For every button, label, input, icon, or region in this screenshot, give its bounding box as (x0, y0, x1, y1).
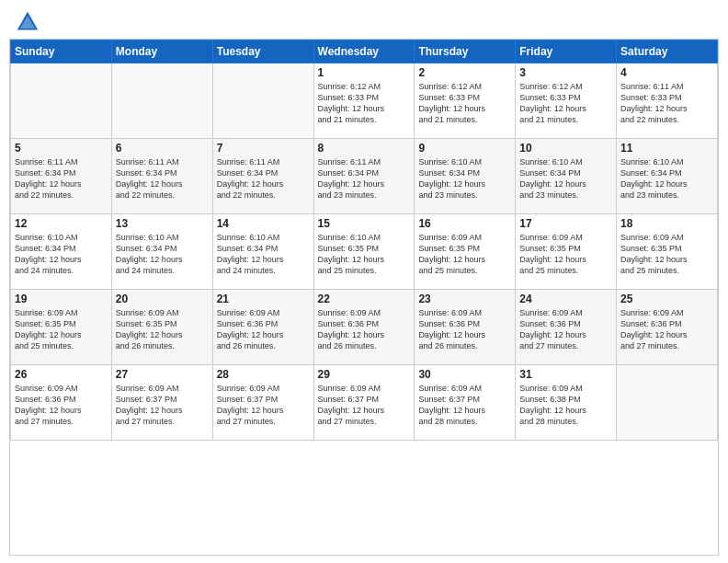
day-number: 28 (217, 368, 310, 381)
week-row-4: 19Sunrise: 6:09 AMSunset: 6:35 PMDayligh… (11, 290, 718, 365)
day-info: Sunrise: 6:09 AMSunset: 6:37 PMDaylight:… (217, 383, 310, 428)
logo (15, 9, 44, 35)
calendar-cell: 17Sunrise: 6:09 AMSunset: 6:35 PMDayligh… (516, 214, 617, 290)
day-number: 17 (519, 217, 612, 230)
week-row-1: 1Sunrise: 6:12 AMSunset: 6:33 PMDaylight… (11, 63, 718, 139)
calendar-cell: 11Sunrise: 6:10 AMSunset: 6:34 PMDayligh… (617, 139, 718, 214)
calendar-body: 1Sunrise: 6:12 AMSunset: 6:33 PMDaylight… (11, 63, 718, 441)
calendar-cell: 28Sunrise: 6:09 AMSunset: 6:37 PMDayligh… (212, 365, 313, 441)
day-number: 25 (620, 293, 713, 305)
day-info: Sunrise: 6:11 AMSunset: 6:34 PMDaylight:… (116, 156, 209, 201)
day-header-monday: Monday (111, 40, 212, 63)
logo-icon (15, 9, 40, 35)
calendar-cell: 5Sunrise: 6:11 AMSunset: 6:34 PMDaylight… (11, 139, 112, 214)
calendar-cell: 4Sunrise: 6:11 AMSunset: 6:33 PMDaylight… (617, 63, 718, 139)
calendar-cell: 12Sunrise: 6:10 AMSunset: 6:34 PMDayligh… (11, 214, 112, 290)
day-info: Sunrise: 6:10 AMSunset: 6:34 PMDaylight:… (519, 156, 612, 201)
day-number: 24 (519, 293, 612, 305)
calendar-cell (617, 365, 718, 441)
calendar-cell: 9Sunrise: 6:10 AMSunset: 6:34 PMDaylight… (415, 139, 516, 214)
day-info: Sunrise: 6:09 AMSunset: 6:36 PMDaylight:… (418, 307, 511, 352)
day-number: 13 (116, 217, 209, 230)
day-number: 10 (519, 142, 612, 155)
day-number: 27 (116, 368, 209, 381)
calendar-cell: 18Sunrise: 6:09 AMSunset: 6:35 PMDayligh… (617, 214, 718, 290)
calendar-cell: 24Sunrise: 6:09 AMSunset: 6:36 PMDayligh… (516, 290, 617, 365)
day-number: 15 (318, 217, 411, 230)
day-number: 1 (318, 66, 411, 79)
calendar-cell: 6Sunrise: 6:11 AMSunset: 6:34 PMDaylight… (111, 139, 212, 214)
day-number: 7 (217, 142, 310, 155)
day-info: Sunrise: 6:09 AMSunset: 6:36 PMDaylight:… (620, 307, 713, 352)
calendar-cell: 8Sunrise: 6:11 AMSunset: 6:34 PMDaylight… (313, 139, 415, 214)
day-header-saturday: Saturday (617, 40, 718, 63)
day-number: 8 (318, 142, 411, 155)
day-number: 11 (620, 142, 713, 155)
calendar-cell: 31Sunrise: 6:09 AMSunset: 6:38 PMDayligh… (516, 365, 617, 441)
day-number: 29 (318, 368, 411, 381)
day-info: Sunrise: 6:10 AMSunset: 6:34 PMDaylight:… (217, 232, 310, 277)
calendar-cell: 22Sunrise: 6:09 AMSunset: 6:36 PMDayligh… (313, 290, 415, 365)
day-info: Sunrise: 6:09 AMSunset: 6:36 PMDaylight:… (217, 307, 310, 352)
day-info: Sunrise: 6:12 AMSunset: 6:33 PMDaylight:… (318, 81, 411, 126)
calendar-cell: 1Sunrise: 6:12 AMSunset: 6:33 PMDaylight… (313, 63, 415, 139)
day-number: 2 (418, 66, 511, 79)
day-header-friday: Friday (516, 40, 617, 63)
day-number: 3 (519, 66, 612, 79)
day-info: Sunrise: 6:12 AMSunset: 6:33 PMDaylight:… (519, 81, 612, 126)
calendar-table: SundayMondayTuesdayWednesdayThursdayFrid… (10, 40, 718, 441)
day-number: 6 (116, 142, 209, 155)
day-header-sunday: Sunday (11, 40, 112, 63)
calendar-cell (212, 63, 313, 139)
header (0, 0, 728, 39)
day-info: Sunrise: 6:10 AMSunset: 6:34 PMDaylight:… (418, 156, 511, 201)
day-info: Sunrise: 6:11 AMSunset: 6:34 PMDaylight:… (318, 156, 411, 201)
calendar-cell: 27Sunrise: 6:09 AMSunset: 6:37 PMDayligh… (111, 365, 212, 441)
calendar-cell (11, 63, 112, 139)
day-info: Sunrise: 6:11 AMSunset: 6:34 PMDaylight:… (15, 156, 108, 201)
day-info: Sunrise: 6:09 AMSunset: 6:35 PMDaylight:… (116, 307, 209, 352)
day-number: 14 (217, 217, 310, 230)
calendar-cell: 26Sunrise: 6:09 AMSunset: 6:36 PMDayligh… (11, 365, 112, 441)
page: SundayMondayTuesdayWednesdayThursdayFrid… (0, 0, 728, 563)
day-info: Sunrise: 6:12 AMSunset: 6:33 PMDaylight:… (418, 81, 511, 126)
day-header-wednesday: Wednesday (313, 40, 415, 63)
day-info: Sunrise: 6:11 AMSunset: 6:34 PMDaylight:… (217, 156, 310, 201)
day-number: 9 (418, 142, 511, 155)
calendar-cell: 7Sunrise: 6:11 AMSunset: 6:34 PMDaylight… (212, 139, 313, 214)
day-info: Sunrise: 6:09 AMSunset: 6:35 PMDaylight:… (519, 232, 612, 277)
day-info: Sunrise: 6:09 AMSunset: 6:35 PMDaylight:… (620, 232, 713, 277)
day-info: Sunrise: 6:09 AMSunset: 6:37 PMDaylight:… (116, 383, 209, 428)
week-row-2: 5Sunrise: 6:11 AMSunset: 6:34 PMDaylight… (11, 139, 718, 214)
day-info: Sunrise: 6:10 AMSunset: 6:35 PMDaylight:… (318, 232, 411, 277)
day-number: 20 (116, 293, 209, 305)
day-info: Sunrise: 6:09 AMSunset: 6:36 PMDaylight:… (519, 307, 612, 352)
day-info: Sunrise: 6:09 AMSunset: 6:36 PMDaylight:… (15, 383, 108, 428)
day-number: 5 (15, 142, 108, 155)
day-number: 23 (418, 293, 511, 305)
calendar-cell: 30Sunrise: 6:09 AMSunset: 6:37 PMDayligh… (415, 365, 516, 441)
calendar-cell: 13Sunrise: 6:10 AMSunset: 6:34 PMDayligh… (111, 214, 212, 290)
day-number: 19 (15, 293, 108, 305)
calendar-cell: 15Sunrise: 6:10 AMSunset: 6:35 PMDayligh… (313, 214, 415, 290)
week-row-5: 26Sunrise: 6:09 AMSunset: 6:36 PMDayligh… (11, 365, 718, 441)
calendar-cell: 2Sunrise: 6:12 AMSunset: 6:33 PMDaylight… (415, 63, 516, 139)
calendar-cell: 16Sunrise: 6:09 AMSunset: 6:35 PMDayligh… (415, 214, 516, 290)
day-info: Sunrise: 6:11 AMSunset: 6:33 PMDaylight:… (620, 81, 713, 126)
day-number: 31 (519, 368, 612, 381)
day-info: Sunrise: 6:09 AMSunset: 6:37 PMDaylight:… (418, 383, 511, 428)
day-header-thursday: Thursday (415, 40, 516, 63)
day-info: Sunrise: 6:09 AMSunset: 6:35 PMDaylight:… (418, 232, 511, 277)
calendar-cell: 25Sunrise: 6:09 AMSunset: 6:36 PMDayligh… (617, 290, 718, 365)
day-number: 12 (15, 217, 108, 230)
day-info: Sunrise: 6:09 AMSunset: 6:37 PMDaylight:… (318, 383, 411, 428)
calendar-cell: 23Sunrise: 6:09 AMSunset: 6:36 PMDayligh… (415, 290, 516, 365)
day-info: Sunrise: 6:09 AMSunset: 6:35 PMDaylight:… (15, 307, 108, 352)
day-number: 16 (418, 217, 511, 230)
day-number: 4 (620, 66, 713, 79)
day-number: 22 (318, 293, 411, 305)
calendar-cell: 3Sunrise: 6:12 AMSunset: 6:33 PMDaylight… (516, 63, 617, 139)
day-number: 30 (418, 368, 511, 381)
header-row: SundayMondayTuesdayWednesdayThursdayFrid… (11, 40, 718, 63)
calendar-cell: 10Sunrise: 6:10 AMSunset: 6:34 PMDayligh… (516, 139, 617, 214)
